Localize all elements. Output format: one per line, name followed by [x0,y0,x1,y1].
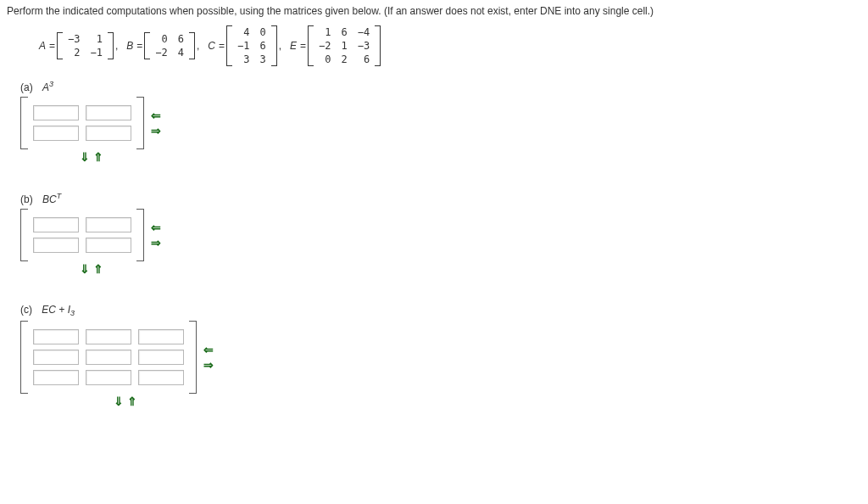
remove-row-icon[interactable]: ⇑ [127,395,137,407]
remove-row-icon[interactable]: ⇑ [93,263,103,275]
part-a-label: (a) A3 [20,80,861,93]
part-b-answer-matrix [20,209,144,261]
part-a-answer-matrix [20,97,144,149]
separator: , [279,40,281,52]
remove-row-icon[interactable]: ⇑ [93,151,103,163]
add-column-icon[interactable]: ⇒ [151,125,161,137]
matrix-a: −31 2−1 [57,32,114,59]
part-c-cell[interactable] [138,350,184,365]
equals-sign: = [219,40,225,52]
part-c-cell[interactable] [138,329,184,344]
matrix-a-label: A [39,40,46,52]
part-c-cell[interactable] [33,329,79,344]
part-a: (a) A3 ⇐ ⇒ ⇓ ⇑ [20,80,861,163]
part-b-expression: BCT [42,193,61,205]
matrix-c: 40 −16 33 [226,25,277,66]
part-a-cell[interactable] [33,105,79,120]
equals-sign: = [136,40,142,52]
part-c-cell[interactable] [33,370,79,385]
matrix-c-label: C [208,40,215,52]
part-c-cell[interactable] [86,329,131,344]
remove-column-icon[interactable]: ⇐ [203,344,214,356]
separator: , [197,40,199,52]
part-b-cell[interactable] [86,238,131,253]
part-c-cell[interactable] [138,370,184,385]
matrix-e: 16−4 −21−3 026 [308,25,381,66]
add-row-icon[interactable]: ⇓ [80,263,90,275]
part-b-cell[interactable] [33,238,79,253]
part-c-answer-matrix [20,321,197,394]
part-c-expression: EC + I3 [42,304,75,316]
matrix-c-group: C = 40 −16 33 , [208,25,281,66]
matrix-e-label: E [290,40,297,52]
part-b-cell[interactable] [33,217,79,232]
matrix-b: 06 −24 [144,32,195,59]
matrix-b-label: B [126,40,133,52]
matrix-definitions: A = −31 2−1 , B = 06 −24 , C = [39,25,861,66]
part-c-cell[interactable] [86,370,131,385]
matrix-a-group: A = −31 2−1 , [39,32,118,59]
part-b-cell[interactable] [86,217,131,232]
part-a-cell[interactable] [86,105,131,120]
part-c-cell[interactable] [33,350,79,365]
add-row-icon[interactable]: ⇓ [114,395,124,407]
part-c-tag: (c) [20,304,32,316]
add-column-icon[interactable]: ⇒ [151,237,161,249]
add-column-icon[interactable]: ⇒ [203,359,214,371]
part-b: (b) BCT ⇐ ⇒ ⇓ ⇑ [20,192,861,275]
part-c: (c) EC + I3 ⇐ ⇒ ⇓ ⇑ [20,304,861,407]
matrix-e-group: E = 16−4 −21−3 026 [290,25,381,66]
part-c-cell[interactable] [86,350,131,365]
instructions-text: Perform the indicated computations when … [7,5,861,17]
part-b-label: (b) BCT [20,192,861,205]
part-a-expression: A3 [42,81,53,93]
remove-column-icon[interactable]: ⇐ [151,109,161,121]
part-b-tag: (b) [20,193,33,205]
equals-sign: = [49,40,55,52]
part-a-cell[interactable] [86,126,131,141]
remove-column-icon[interactable]: ⇐ [151,221,161,233]
part-c-label: (c) EC + I3 [20,304,861,317]
equals-sign: = [300,40,306,52]
matrix-b-group: B = 06 −24 , [126,32,199,59]
part-a-tag: (a) [20,81,33,93]
separator: , [115,40,118,52]
part-a-cell[interactable] [33,126,79,141]
add-row-icon[interactable]: ⇓ [80,151,90,163]
